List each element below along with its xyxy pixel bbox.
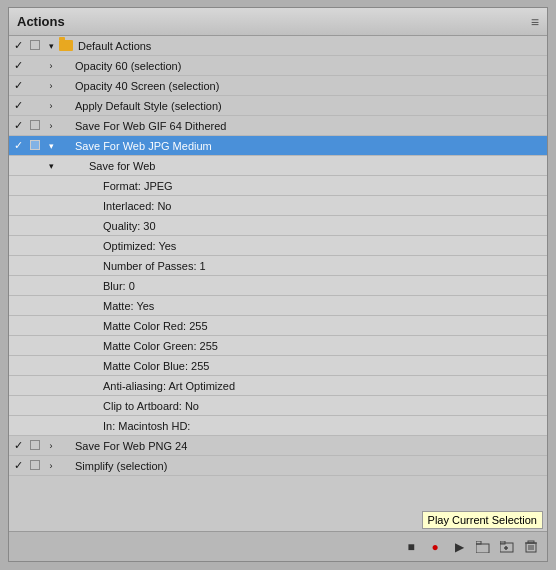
svg-rect-1: [476, 541, 481, 544]
row-label-22: Simplify (selection): [73, 460, 547, 472]
action-row-17[interactable]: Matte Color Blue: 255: [9, 356, 547, 376]
check-mark-4: ✓: [9, 99, 27, 112]
panel-title: Actions: [17, 14, 65, 29]
action-row-22[interactable]: ✓›Simplify (selection): [9, 456, 547, 476]
row-label-3: Opacity 40 Screen (selection): [73, 80, 547, 92]
action-row-13[interactable]: Blur: 0: [9, 276, 547, 296]
delete-button[interactable]: [521, 537, 541, 557]
play-button[interactable]: ▶: [449, 537, 469, 557]
toggle-arrow-1[interactable]: ▾: [43, 41, 59, 51]
square-check-6[interactable]: [27, 140, 43, 152]
panel-menu-icon[interactable]: ≡: [531, 14, 539, 30]
row-label-11: Optimized: Yes: [101, 240, 547, 252]
action-row-14[interactable]: Matte: Yes: [9, 296, 547, 316]
action-row-18[interactable]: Anti-aliasing: Art Optimized: [9, 376, 547, 396]
action-row-7[interactable]: ▾Save for Web: [9, 156, 547, 176]
toggle-arrow-5[interactable]: ›: [43, 121, 59, 131]
action-row-12[interactable]: Number of Passes: 1: [9, 256, 547, 276]
action-row-5[interactable]: ✓›Save For Web GIF 64 Dithered: [9, 116, 547, 136]
action-row-6[interactable]: ✓▾Save For Web JPG Medium: [9, 136, 547, 156]
action-row-3[interactable]: ✓›Opacity 40 Screen (selection): [9, 76, 547, 96]
check-mark-6: ✓: [9, 139, 27, 152]
action-row-20[interactable]: In: Macintosh HD:: [9, 416, 547, 436]
toggle-arrow-22[interactable]: ›: [43, 461, 59, 471]
row-label-1: Default Actions: [76, 40, 547, 52]
open-set-button[interactable]: [473, 537, 493, 557]
action-row-15[interactable]: Matte Color Red: 255: [9, 316, 547, 336]
toggle-arrow-3[interactable]: ›: [43, 81, 59, 91]
folder-icon-1: [59, 40, 73, 51]
toggle-arrow-2[interactable]: ›: [43, 61, 59, 71]
action-row-4[interactable]: ✓›Apply Default Style (selection): [9, 96, 547, 116]
actions-panel: Actions ≡ ✓▾Default Actions✓›Opacity 60 …: [8, 7, 548, 562]
action-row-19[interactable]: Clip to Artboard: No: [9, 396, 547, 416]
action-row-11[interactable]: Optimized: Yes: [9, 236, 547, 256]
action-row-21[interactable]: ✓›Save For Web PNG 24: [9, 436, 547, 456]
row-label-2: Opacity 60 (selection): [73, 60, 547, 72]
svg-rect-8: [528, 541, 534, 543]
row-label-20: In: Macintosh HD:: [101, 420, 547, 432]
stop-button[interactable]: ■: [401, 537, 421, 557]
check-mark-1: ✓: [9, 39, 27, 52]
row-label-6: Save For Web JPG Medium: [73, 140, 547, 152]
square-check-5[interactable]: [27, 120, 43, 132]
action-row-8[interactable]: Format: JPEG: [9, 176, 547, 196]
row-label-12: Number of Passes: 1: [101, 260, 547, 272]
square-check-1[interactable]: [27, 40, 43, 52]
check-mark-5: ✓: [9, 119, 27, 132]
toggle-arrow-21[interactable]: ›: [43, 441, 59, 451]
panel-titlebar: Actions ≡: [9, 8, 547, 36]
record-button[interactable]: ●: [425, 537, 445, 557]
check-mark-22: ✓: [9, 459, 27, 472]
check-mark-21: ✓: [9, 439, 27, 452]
check-mark-3: ✓: [9, 79, 27, 92]
row-label-17: Matte Color Blue: 255: [101, 360, 547, 372]
create-set-button[interactable]: [497, 537, 517, 557]
row-label-15: Matte Color Red: 255: [101, 320, 547, 332]
row-label-7: Save for Web: [87, 160, 547, 172]
row-label-13: Blur: 0: [101, 280, 547, 292]
row-label-14: Matte: Yes: [101, 300, 547, 312]
toggle-arrow-4[interactable]: ›: [43, 101, 59, 111]
row-label-19: Clip to Artboard: No: [101, 400, 547, 412]
action-row-2[interactable]: ✓›Opacity 60 (selection): [9, 56, 547, 76]
row-label-18: Anti-aliasing: Art Optimized: [101, 380, 547, 392]
svg-rect-0: [476, 544, 489, 553]
row-label-5: Save For Web GIF 64 Dithered: [73, 120, 547, 132]
square-check-22[interactable]: [27, 460, 43, 472]
square-check-21[interactable]: [27, 440, 43, 452]
action-row-9[interactable]: Interlaced: No: [9, 196, 547, 216]
check-mark-2: ✓: [9, 59, 27, 72]
row-label-16: Matte Color Green: 255: [101, 340, 547, 352]
actions-list[interactable]: ✓▾Default Actions✓›Opacity 60 (selection…: [9, 36, 547, 531]
toggle-arrow-6[interactable]: ▾: [43, 141, 59, 151]
row-label-21: Save For Web PNG 24: [73, 440, 547, 452]
row-label-8: Format: JPEG: [101, 180, 547, 192]
toggle-arrow-7[interactable]: ▾: [43, 161, 59, 171]
action-row-1[interactable]: ✓▾Default Actions: [9, 36, 547, 56]
row-label-10: Quality: 30: [101, 220, 547, 232]
row-label-4: Apply Default Style (selection): [73, 100, 547, 112]
panel-toolbar: ■ ● ▶ Pl: [9, 531, 547, 561]
action-row-16[interactable]: Matte Color Green: 255: [9, 336, 547, 356]
row-label-9: Interlaced: No: [101, 200, 547, 212]
action-row-10[interactable]: Quality: 30: [9, 216, 547, 236]
